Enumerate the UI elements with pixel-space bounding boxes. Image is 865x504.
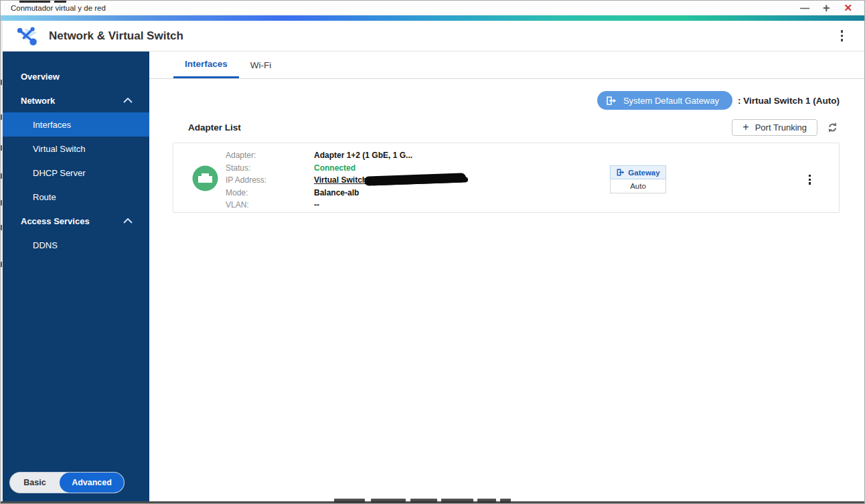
sidebar-item-label: Network (21, 96, 55, 106)
sidebar-item-route[interactable]: Route (1, 185, 149, 209)
adapter-card-buttons: Gateway Auto (610, 165, 666, 193)
field-row-vlan: VLAN: -- (226, 199, 466, 212)
background-artifact (54, 1, 66, 3)
field-value: Adapter 1+2 (1 GbE, 1 G... (314, 149, 412, 162)
sidebar-item-label: Route (33, 192, 56, 202)
system-default-gateway-label: System Default Gateway (623, 96, 719, 106)
minimize-icon[interactable]: — (800, 1, 809, 15)
tab-bar: Interfaces Wi-Fi (149, 52, 864, 79)
background-artifact (371, 499, 406, 503)
adapter-status-icon (191, 165, 219, 192)
window-controls: — + ✕ (800, 1, 852, 15)
chevron-up-icon (123, 218, 133, 224)
maximize-icon[interactable]: + (823, 1, 830, 15)
port-trunking-label: Port Trunking (755, 122, 807, 133)
field-label: IP Address: (226, 174, 314, 187)
background-artifact (441, 499, 473, 503)
field-value: Balance-alb (314, 187, 359, 199)
auto-button[interactable]: Auto (610, 179, 666, 193)
sidebar-item-access-services[interactable]: Access Services (1, 209, 149, 233)
background-artifact (1, 21, 3, 502)
app-window: Conmutador virtual y de red — + ✕ Networ… (0, 0, 865, 504)
system-default-gateway-value: : Virtual Switch 1 (Auto) (738, 96, 840, 106)
window-titlebar: Conmutador virtual y de red — + ✕ (1, 1, 864, 15)
field-value: -- (314, 199, 319, 212)
redaction-scribble (364, 173, 466, 185)
field-row-mode: Mode: Balance-alb (226, 187, 466, 199)
system-default-gateway-button[interactable]: System Default Gateway (597, 91, 732, 110)
gateway-button[interactable]: Gateway (610, 165, 666, 179)
plus-icon: + (742, 120, 749, 135)
sidebar-item-label: DDNS (33, 240, 58, 250)
adapter-list-header-row: Adapter List + Port Trunking (149, 118, 864, 136)
tab-interfaces[interactable]: Interfaces (173, 52, 239, 78)
sidebar-item-dhcp-server[interactable]: DHCP Server (1, 161, 149, 185)
sidebar-item-label: Interfaces (33, 120, 71, 130)
brand-gradient-bar (1, 15, 864, 21)
sidebar-item-virtual-switch[interactable]: Virtual Switch (1, 137, 149, 161)
window-title: Conmutador virtual y de red (11, 4, 106, 12)
tab-wifi[interactable]: Wi-Fi (239, 52, 283, 78)
sidebar: Overview Network Interfaces Virtual Swit… (1, 52, 149, 503)
header-menu-kebab-icon[interactable] (841, 30, 844, 41)
page-title: Network & Virtual Switch (49, 29, 183, 43)
ip-address-value: Virtual Switch (314, 174, 466, 187)
network-switch-icon (15, 25, 41, 47)
adapter-menu-kebab-icon[interactable] (809, 175, 811, 185)
sidebar-item-label: Overview (21, 72, 60, 82)
basic-advanced-toggle: Basic Advanced (10, 473, 124, 493)
port-trunking-button[interactable]: + Port Trunking (732, 119, 817, 136)
background-artifact (477, 499, 496, 503)
virtual-switch-link[interactable]: Virtual Switch (314, 174, 367, 187)
adapter-list-heading: Adapter List (188, 122, 241, 133)
sidebar-item-network[interactable]: Network (1, 88, 149, 112)
sidebar-item-label: Access Services (21, 216, 90, 226)
field-label: Adapter: (226, 149, 314, 162)
adapter-card: Adapter: Adapter 1+2 (1 GbE, 1 G... Stat… (173, 143, 840, 213)
system-default-gateway-row: System Default Gateway : Virtual Switch … (149, 91, 864, 110)
field-label: Status: (226, 162, 314, 175)
gateway-icon (605, 95, 617, 106)
chevron-up-icon (123, 98, 133, 103)
sidebar-item-overview[interactable]: Overview (1, 64, 149, 88)
background-artifact (19, 1, 50, 3)
advanced-toggle-option[interactable]: Advanced (60, 473, 124, 493)
main-content: Interfaces Wi-Fi System Default Gateway … (149, 52, 864, 503)
sidebar-item-label: DHCP Server (33, 168, 86, 178)
background-artifact (334, 499, 365, 503)
app-header: Network & Virtual Switch (1, 21, 864, 52)
refresh-icon[interactable] (826, 121, 839, 134)
close-icon[interactable]: ✕ (844, 1, 852, 15)
field-row-ip-address: IP Address: Virtual Switch (226, 174, 466, 187)
sidebar-item-label: Virtual Switch (33, 144, 86, 154)
gateway-icon (616, 168, 625, 177)
field-label: Mode: (226, 187, 314, 199)
field-row-adapter: Adapter: Adapter 1+2 (1 GbE, 1 G... (226, 149, 466, 162)
background-artifact (500, 499, 511, 503)
adapter-fields: Adapter: Adapter 1+2 (1 GbE, 1 G... Stat… (226, 149, 466, 212)
background-artifact (410, 499, 437, 503)
sidebar-item-interfaces[interactable]: Interfaces (1, 112, 149, 137)
field-label: VLAN: (226, 199, 314, 212)
sidebar-item-ddns[interactable]: DDNS (1, 233, 149, 257)
gateway-button-label: Gateway (628, 169, 659, 177)
basic-toggle-option[interactable]: Basic (10, 478, 60, 487)
status-value: Connected (314, 162, 356, 175)
auto-button-label: Auto (630, 182, 646, 190)
field-row-status: Status: Connected (226, 162, 466, 175)
